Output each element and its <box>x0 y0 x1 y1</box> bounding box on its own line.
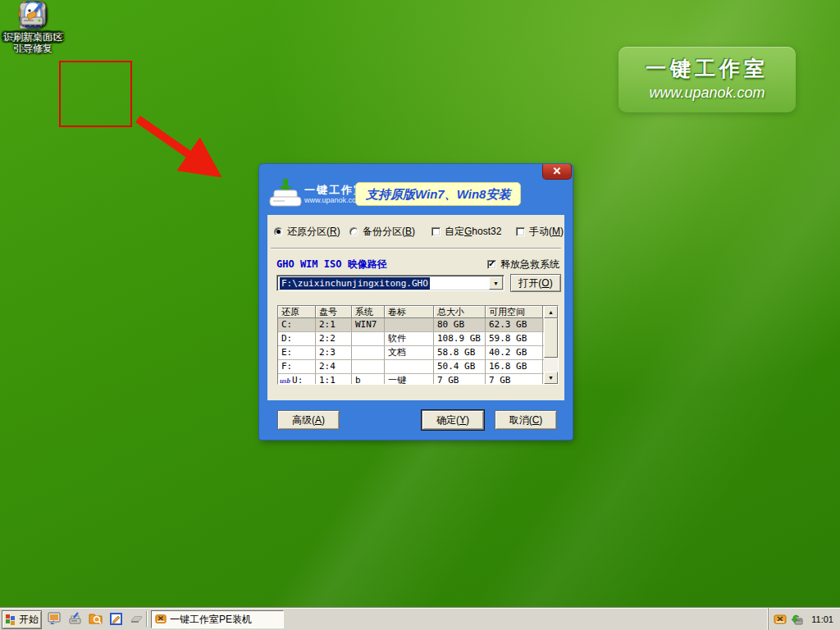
checkbox-icon <box>431 227 441 236</box>
drive-letter: F: <box>281 360 292 373</box>
disk-cell: 2:4 <box>316 360 352 373</box>
notepad-icon[interactable] <box>108 611 124 627</box>
table-row-D[interactable]: D:2:2软件108.9 GB59.8 GB <box>278 332 558 346</box>
scroll-up-icon[interactable]: ▲ <box>544 306 558 318</box>
radio-b[interactable]: 备份分区(B) <box>349 225 415 239</box>
watermark-url: www.upanok.com <box>619 84 796 102</box>
usb-drive-logo-icon <box>268 177 303 212</box>
free-cell: 40.2 GB <box>486 346 543 359</box>
task-button-label: 一键工作室PE装机 <box>170 613 252 627</box>
start-button[interactable]: 开始 <box>2 610 42 629</box>
chevron-down-icon[interactable]: ▼ <box>489 276 503 290</box>
checkbox-icon <box>487 260 496 269</box>
image-path-value: F:\zuixinchunjingxitong.GHO <box>280 277 430 290</box>
drive-cell: E: <box>278 346 316 359</box>
table-row-U[interactable]: usbU:1:1b一键7 GB7 GB <box>278 374 558 385</box>
size-cell: 7 GB <box>434 374 486 385</box>
size-cell: 108.9 GB <box>434 332 486 345</box>
table-row-E[interactable]: E:2:3文档58.8 GB40.2 GB <box>278 346 558 360</box>
show-desktop-icon[interactable] <box>47 611 62 627</box>
system-cell <box>352 332 385 345</box>
column-header[interactable]: 盘号 <box>316 306 352 318</box>
disk-cell: 1:1 <box>316 374 352 385</box>
partition-table: 还原盘号系统卷标总大小可用空间 C:2:1WIN780 GB62.3 GBD:2… <box>277 305 559 385</box>
column-header[interactable]: 系统 <box>352 306 385 318</box>
free-cell: 16.8 GB <box>486 360 543 373</box>
watermark: 一键工作室 www.upanok.com <box>619 47 796 112</box>
dialog-logo-url: www.upanok.com <box>304 196 363 204</box>
clock: 11:01 <box>808 614 833 624</box>
vertical-scrollbar[interactable]: ▲ ▼ <box>544 306 558 384</box>
checkbox-g[interactable]: 自定Ghost32 <box>431 225 501 239</box>
advanced-button[interactable]: 高级(A) <box>277 410 340 430</box>
task-button[interactable]: 一键工作室PE装机 <box>151 610 284 628</box>
drive-letter: D: <box>281 332 292 345</box>
rescue-system-checkbox[interactable]: 释放急救系统 <box>487 258 559 272</box>
system-cell <box>352 360 385 373</box>
safely-remove-icon[interactable] <box>791 613 804 626</box>
scrollbar-thumb[interactable] <box>544 318 558 358</box>
radio-r[interactable]: 还原分区(R) <box>274 225 340 239</box>
ok-button[interactable]: 确定(Y) <box>422 410 484 430</box>
free-cell: 59.8 GB <box>486 332 543 345</box>
system-tray: 11:01 <box>768 608 840 630</box>
image-path-combobox[interactable]: F:\zuixinchunjingxitong.GHO ▼ <box>276 275 504 291</box>
label-cell <box>385 360 434 373</box>
open-button[interactable]: 打开(O) <box>510 274 561 292</box>
option-label: 备份分区(B) <box>363 225 415 239</box>
system-cell <box>352 346 385 359</box>
table-row-F[interactable]: F:2:450.4 GB16.8 GB <box>278 360 558 374</box>
drive-cell: F: <box>278 360 316 373</box>
drive-cell: D: <box>278 332 316 345</box>
column-header[interactable]: 还原 <box>278 306 316 318</box>
red-arrow-icon <box>130 112 228 185</box>
column-header[interactable]: 可用空间 <box>486 306 543 318</box>
usb-icon: usb <box>280 374 290 385</box>
disk-cell: 2:2 <box>316 332 352 345</box>
free-cell: 7 GB <box>486 374 543 385</box>
option-label: 手动(M) <box>529 225 564 239</box>
label-cell: 软件 <box>385 332 434 345</box>
size-cell: 50.4 GB <box>434 360 486 373</box>
size-cell: 58.8 GB <box>434 346 486 359</box>
close-button[interactable]: ✕ <box>542 164 572 180</box>
installer-dialog: ✕ 一键工作室 www.upanok.com 支持原版Win7、Win8安装 还… <box>259 164 573 440</box>
watermark-title: 一键工作室 <box>619 55 796 82</box>
column-header[interactable]: 总大小 <box>434 306 486 318</box>
taskbar-divider <box>146 611 148 627</box>
dialog-body: 还原分区(R)备份分区(B)自定Ghost32手动(M) GHO WIM ISO… <box>267 215 564 400</box>
installer-tray-icon[interactable] <box>774 613 787 626</box>
desktop-icon-refresh-desktop[interactable]: 刷新桌面 <box>0 0 66 43</box>
checkbox-m[interactable]: 手动(M) <box>516 225 564 239</box>
app-icon <box>155 614 167 625</box>
free-cell: 62.3 GB <box>486 318 543 331</box>
radio-icon <box>274 227 283 236</box>
table-row-C[interactable]: C:2:1WIN780 GB62.3 GB <box>278 318 558 332</box>
size-cell: 80 GB <box>434 318 486 331</box>
disc-icon[interactable] <box>129 611 144 627</box>
disk-cell: 2:3 <box>316 346 352 359</box>
desktop-icon-label: 刷新桌面 <box>0 32 66 43</box>
drive-cell: C: <box>278 318 316 331</box>
scroll-down-icon[interactable]: ▼ <box>544 372 558 384</box>
label-cell: 一键 <box>385 374 434 385</box>
option-label: 还原分区(R) <box>287 225 340 239</box>
option-label: 自定Ghost32 <box>445 225 501 239</box>
file-explorer-icon[interactable] <box>88 611 103 627</box>
taskbar: 开始 一键工作室PE装机 11:01 <box>0 607 840 630</box>
banner-text: 支持原版Win7、Win8安装 <box>355 182 521 206</box>
radio-icon <box>349 227 358 236</box>
system-cell: b <box>352 374 385 385</box>
quick-launch <box>47 611 144 627</box>
image-path-label: GHO WIM ISO 映像路径 <box>276 258 387 272</box>
cancel-button[interactable]: 取消(C) <box>495 410 557 430</box>
column-header[interactable]: 卷标 <box>385 306 434 318</box>
refresh-desktop-icon <box>0 0 66 31</box>
paint-brush-icon[interactable] <box>67 611 83 627</box>
table-header: 还原盘号系统卷标总大小可用空间 <box>278 306 558 318</box>
checkbox-icon <box>516 227 525 236</box>
rescue-system-label: 释放急救系统 <box>500 258 559 272</box>
separator <box>271 248 561 249</box>
highlight-rectangle <box>59 61 132 127</box>
drive-letter: U: <box>292 374 303 385</box>
